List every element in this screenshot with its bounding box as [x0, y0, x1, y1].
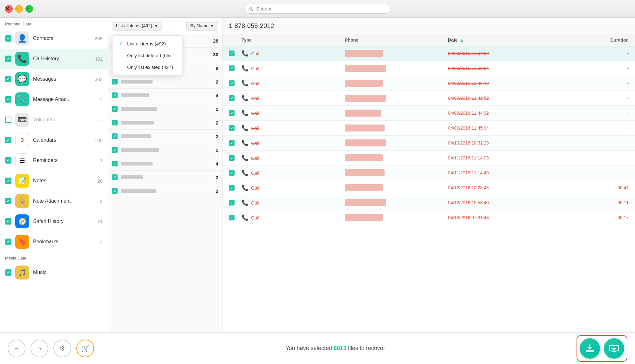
minimize-button[interactable]: −	[15, 5, 23, 13]
table-row[interactable]: 📞 Call 04/12/2016 10:28:48 00:47	[222, 180, 635, 195]
row-checkbox-8[interactable]	[229, 170, 242, 176]
voicemail-checkbox[interactable]	[5, 117, 11, 123]
table-row[interactable]: 📞 Call 04/09/2016 11:45:04 -	[222, 121, 635, 136]
notes-checkbox[interactable]	[5, 178, 11, 184]
reminders-checkbox[interactable]	[5, 157, 11, 164]
list-item[interactable]: 4	[108, 89, 222, 102]
table-row[interactable]: 📞 Call 04/12/2016 10:58:40 00:11	[222, 195, 635, 210]
table-row[interactable]: 📞 Call 04/09/2016 11:05:04 -	[222, 61, 635, 76]
mid-count-10: 2	[209, 175, 218, 180]
table-row[interactable]: 📞 Call 04/09/2016 11:04:00 -	[222, 46, 635, 61]
dropdown-item-existed[interactable]: Only list existed (427)	[113, 61, 182, 73]
messageattach-checkbox[interactable]	[5, 96, 11, 103]
bookmarks-checkbox[interactable]	[5, 239, 11, 245]
call-label-3: Call	[251, 96, 259, 101]
table-row[interactable]: 📞 Call 04/11/2016 11:14:08 -	[222, 151, 635, 165]
row-checkbox-10[interactable]	[229, 200, 242, 206]
mid-checkbox-11[interactable]	[112, 188, 118, 194]
checkmark-icon: ✓	[119, 41, 124, 46]
row-duration-10: 00:11	[577, 200, 629, 205]
close-button[interactable]: ✕	[5, 5, 13, 13]
row-checkbox-6[interactable]	[229, 140, 242, 146]
row-checkbox-11[interactable]	[229, 215, 242, 220]
noteattach-icon: 📎	[15, 194, 29, 208]
list-item[interactable]: 2	[108, 102, 222, 116]
row-checkbox-5[interactable]	[229, 125, 242, 131]
mid-count-11: 2	[209, 188, 218, 194]
sidebar-item-callhistory[interactable]: 📞 Call History 492	[0, 49, 108, 69]
row-date-10: 04/12/2016 10:58:40	[448, 200, 577, 205]
mid-checkbox-4[interactable]	[112, 92, 118, 98]
contacts-checkbox[interactable]	[5, 35, 11, 42]
table-row[interactable]: 📞 Call 04/09/2016 11:44:32 -	[222, 106, 635, 121]
row-type-7: 📞 Call	[242, 154, 345, 161]
calendars-checkbox[interactable]	[5, 137, 11, 143]
dropdown-item-all[interactable]: ✓ List all items (492)	[113, 37, 182, 50]
list-item[interactable]: 2	[108, 184, 222, 198]
mid-name-3	[121, 80, 206, 84]
sidebar-item-messages[interactable]: 💬 Messages 303	[0, 69, 108, 89]
mid-checkbox-5[interactable]	[112, 106, 118, 112]
table-row[interactable]: 📞 Call 04/10/2016 10:31:28 -	[222, 136, 635, 151]
mid-checkbox-10[interactable]	[112, 174, 118, 180]
sidebar-item-calendars[interactable]: 3 Calendars 105	[0, 130, 108, 150]
home-button[interactable]: ⌂	[31, 340, 48, 357]
phone-icon: 📞	[242, 50, 249, 57]
row-checkbox-0[interactable]	[229, 51, 242, 56]
row-checkbox-3[interactable]	[229, 95, 242, 101]
safari-checkbox[interactable]	[5, 218, 11, 225]
list-item[interactable]: 4	[108, 157, 222, 171]
list-item[interactable]: 5	[108, 143, 222, 157]
list-all-button[interactable]: List all items (492) ▼ ✓ List all items …	[112, 21, 162, 30]
callhistory-checkbox[interactable]	[5, 56, 11, 62]
row-date-4: 04/09/2016 11:44:32	[448, 111, 577, 116]
sidebar-item-noteattach[interactable]: 📎 Note Attachment 2	[0, 191, 108, 211]
reminders-label: Reminders	[33, 158, 96, 163]
sidebar-item-media[interactable]: 🎵 Music	[0, 262, 108, 283]
media-checkbox[interactable]	[5, 269, 11, 276]
table-row[interactable]: 📞 Call 04/09/2016 11:40:48 -	[222, 76, 635, 91]
table-row[interactable]: 📞 Call 04/11/2016 11:14:40 -	[222, 165, 635, 180]
back-button[interactable]: ←	[8, 340, 25, 357]
cart-button[interactable]: 🛒	[76, 340, 94, 357]
sidebar-item-voicemail[interactable]: 📼 Voicemail --	[0, 110, 108, 130]
by-name-button[interactable]: By Name ▼	[186, 21, 218, 30]
sidebar: Personal Data 👤 Contacts 205 📞 Call Hist…	[0, 18, 108, 332]
safari-count: 13	[97, 219, 103, 224]
list-item[interactable]: 2	[108, 75, 222, 89]
row-checkbox-4[interactable]	[229, 110, 242, 116]
row-checkbox-7[interactable]	[229, 155, 242, 161]
list-item[interactable]: 2	[108, 171, 222, 184]
recover-to-device-button[interactable]	[580, 338, 600, 359]
mid-checkbox-6[interactable]	[112, 120, 118, 125]
row-duration-11: 00:17	[577, 215, 629, 220]
row-checkbox-1[interactable]	[229, 65, 242, 71]
sidebar-item-bookmarks[interactable]: 🔖 Bookmarks 4	[0, 232, 108, 252]
mid-checkbox-8[interactable]	[112, 147, 118, 153]
list-item[interactable]: 2	[108, 130, 222, 143]
table-row[interactable]: 📞 Call 04/09/2016 11:41:52 -	[222, 91, 635, 106]
sidebar-item-messageattach[interactable]: 📎 Message Attac... 2	[0, 89, 108, 110]
mid-checkbox-7[interactable]	[112, 133, 118, 139]
messages-checkbox[interactable]	[5, 76, 11, 82]
sidebar-item-reminders[interactable]: ☰ Reminders 7	[0, 150, 108, 171]
maximize-button[interactable]: +	[25, 5, 33, 13]
noteattach-checkbox[interactable]	[5, 198, 11, 204]
sidebar-item-safari[interactable]: 🧭 Safari History 13	[0, 211, 108, 232]
recover-to-computer-button[interactable]	[604, 338, 624, 359]
mid-checkbox-9[interactable]	[112, 161, 118, 166]
row-checkbox-2[interactable]	[229, 80, 242, 86]
mid-checkbox-3[interactable]	[112, 79, 118, 84]
row-phone-1	[345, 65, 448, 72]
dropdown-item-deleted[interactable]: Only list deleted (65)	[113, 50, 182, 61]
list-item[interactable]: 2	[108, 116, 222, 130]
table-row[interactable]: 📞 Call 04/13/2016 07:31:44 00:17	[222, 210, 635, 225]
settings-button[interactable]: ⚙	[53, 340, 71, 357]
header-type: Type	[242, 37, 345, 43]
row-checkbox-9[interactable]	[229, 185, 242, 191]
mid-name-9	[121, 162, 206, 165]
sidebar-item-contacts[interactable]: 👤 Contacts 205	[0, 28, 108, 49]
sidebar-item-notes[interactable]: 📝 Notes 20	[0, 171, 108, 191]
right-header: 1-878-058-2012	[222, 18, 635, 34]
search-input[interactable]	[244, 4, 391, 14]
